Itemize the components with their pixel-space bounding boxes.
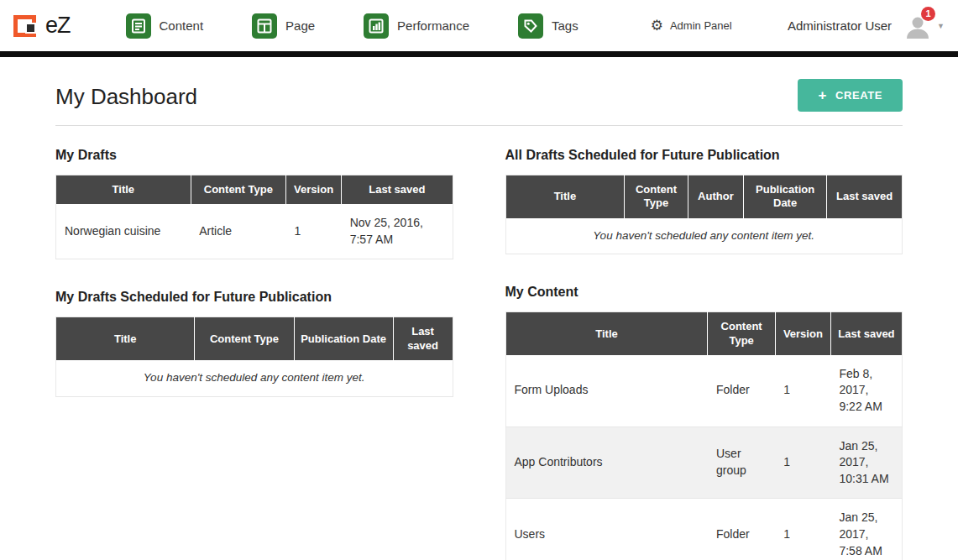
ez-logo-text: eZ xyxy=(45,13,71,39)
empty-row: You haven't scheduled any content item y… xyxy=(505,218,903,254)
section-title-my-drafts: My Drafts xyxy=(55,148,453,163)
column-header: Title xyxy=(505,175,625,218)
nav-item-content[interactable]: Content xyxy=(126,13,204,39)
table-cell: Form Uploads xyxy=(505,355,708,427)
user-menu[interactable]: Administrator User 1 ▼ xyxy=(788,13,945,39)
table-cell: Nov 25, 2016, 7:57 AM xyxy=(342,204,453,259)
column-header: Title xyxy=(505,312,708,355)
table-cell: 1 xyxy=(775,427,830,499)
table-cell: Folder xyxy=(708,355,775,427)
column-header: Version xyxy=(286,175,342,205)
my-drafts-scheduled-table: TitleContent TypePublication DateLast sa… xyxy=(55,317,453,396)
right-column: All Drafts Scheduled for Future Publicat… xyxy=(505,148,903,560)
main-nav: Content Page Performance Tags xyxy=(126,13,627,39)
performance-icon xyxy=(364,13,389,39)
column-header: Last saved xyxy=(830,312,902,355)
section-my-drafts: My Drafts TitleContent TypeVersionLast s… xyxy=(55,148,453,259)
table-cell: Jan 25, 2017, 10:31 AM xyxy=(830,427,902,499)
user-avatar-icon[interactable]: 1 xyxy=(903,13,932,39)
plus-icon: + xyxy=(818,88,827,102)
section-my-content: My Content TitleContent TypeVersionLast … xyxy=(505,285,903,560)
section-title-all-drafts-scheduled: All Drafts Scheduled for Future Publicat… xyxy=(505,148,903,163)
section-my-drafts-scheduled: My Drafts Scheduled for Future Publicati… xyxy=(55,290,453,396)
table-row[interactable]: Form UploadsFolder1Feb 8, 2017, 9:22 AM xyxy=(505,355,903,427)
table-cell: 1 xyxy=(286,204,342,259)
tags-icon xyxy=(518,13,543,39)
nav-label-performance: Performance xyxy=(397,18,469,33)
table-cell: Article xyxy=(191,204,285,259)
column-header: Content Type xyxy=(195,317,294,360)
page-title: My Dashboard xyxy=(55,79,197,110)
table-row[interactable]: App ContributorsUser group1Jan 25, 2017,… xyxy=(505,427,903,499)
column-header: Content Type xyxy=(191,175,285,205)
table-row[interactable]: Norwegian cuisineArticle1Nov 25, 2016, 7… xyxy=(56,204,453,259)
dashboard-main: My Dashboard + CREATE My Drafts TitleCon… xyxy=(0,57,958,560)
left-column: My Drafts TitleContent TypeVersionLast s… xyxy=(55,148,453,560)
create-button[interactable]: + CREATE xyxy=(798,79,903,112)
table-cell: 1 xyxy=(775,355,830,427)
column-header: Title xyxy=(56,317,195,360)
admin-panel-menu[interactable]: ⚙ Admin Panel xyxy=(651,18,732,33)
table-cell: Users xyxy=(505,499,708,560)
page-icon xyxy=(252,13,277,39)
empty-message: You haven't scheduled any content item y… xyxy=(56,360,453,396)
column-header: Last saved xyxy=(342,175,453,205)
table-cell: App Contributors xyxy=(505,427,708,499)
nav-label-page: Page xyxy=(285,18,315,33)
nav-item-page[interactable]: Page xyxy=(252,13,315,39)
section-title-my-drafts-scheduled: My Drafts Scheduled for Future Publicati… xyxy=(55,290,453,305)
empty-message: You haven't scheduled any content item y… xyxy=(505,218,903,254)
nav-item-performance[interactable]: Performance xyxy=(364,13,469,39)
section-all-drafts-scheduled: All Drafts Scheduled for Future Publicat… xyxy=(505,148,903,254)
notification-badge[interactable]: 1 xyxy=(921,7,935,21)
column-header: Title xyxy=(56,175,191,205)
table-cell: Jan 25, 2017, 7:58 AM xyxy=(830,499,902,560)
table-cell: Norwegian cuisine xyxy=(56,204,191,259)
nav-item-tags[interactable]: Tags xyxy=(518,13,578,39)
column-header: Publication Date xyxy=(294,317,393,360)
nav-label-tags: Tags xyxy=(552,18,578,33)
table-cell: User group xyxy=(708,427,775,499)
top-bar: eZ Content Page Performance Tags xyxy=(0,0,958,51)
table-cell: 1 xyxy=(775,499,830,560)
column-header: Version xyxy=(775,312,830,355)
column-header: Last saved xyxy=(393,317,453,360)
empty-row: You haven't scheduled any content item y… xyxy=(56,360,453,396)
column-header: Last saved xyxy=(827,175,903,218)
gear-icon: ⚙ xyxy=(651,18,663,33)
table-cell: Feb 8, 2017, 9:22 AM xyxy=(830,355,902,427)
column-header: Author xyxy=(688,175,743,218)
content-icon xyxy=(126,13,151,39)
column-header: Publication Date xyxy=(743,175,826,218)
all-drafts-scheduled-table: TitleContent TypeAuthorPublication DateL… xyxy=(505,175,903,254)
ez-logo[interactable]: eZ xyxy=(13,13,71,39)
column-header: Content Type xyxy=(625,175,688,218)
column-header: Content Type xyxy=(708,312,775,355)
header-divider xyxy=(0,51,958,57)
ez-logo-icon xyxy=(13,13,42,39)
my-drafts-table: TitleContent TypeVersionLast savedNorweg… xyxy=(55,175,453,259)
create-button-label: CREATE xyxy=(835,89,882,102)
nav-label-content: Content xyxy=(160,18,204,33)
title-divider xyxy=(55,125,903,126)
my-content-table: TitleContent TypeVersionLast savedForm U… xyxy=(505,311,903,560)
table-cell: Folder xyxy=(708,499,775,560)
section-title-my-content: My Content xyxy=(505,285,903,300)
chevron-down-icon: ▼ xyxy=(937,22,945,30)
table-row[interactable]: UsersFolder1Jan 25, 2017, 7:58 AM xyxy=(505,499,903,560)
admin-panel-label: Admin Panel xyxy=(670,19,732,32)
user-name: Administrator User xyxy=(788,18,892,33)
